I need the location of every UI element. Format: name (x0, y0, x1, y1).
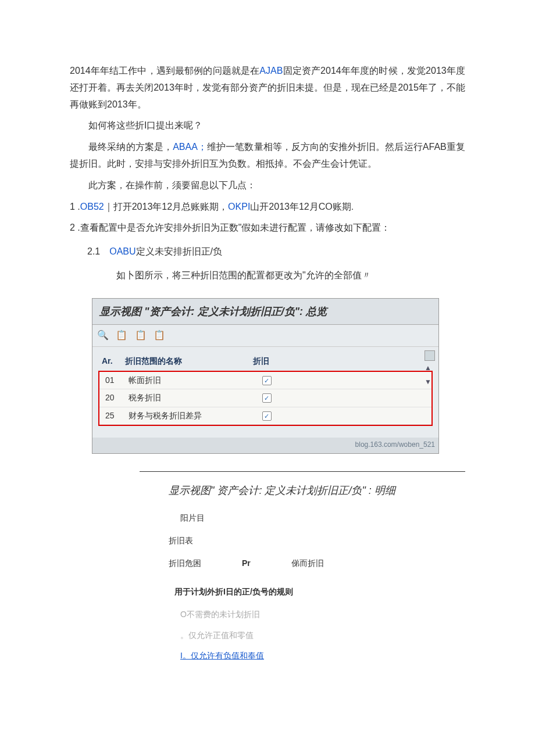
radio-option-2[interactable]: 。仅允许正值和零值 (180, 628, 465, 643)
paragraph-1: 2014年年结工作中，遇到最郁例的问题就是在AJAB固定资产2014年年度的时候… (70, 63, 465, 113)
paragraph-3: 最终采纳的方案是，ABAA；维护一笔数量相等，反方向的安推外折旧。然后运行AFA… (70, 139, 465, 173)
text: ｜打开2013年12月总账账期， (104, 202, 228, 212)
table-settings-icon[interactable] (425, 350, 435, 361)
sap-table: ▲ ▼ Ar. 折旧范围的名称 折旧 01 帐面折旧 ✓ 20 税务折旧 ✓ 2… (92, 347, 438, 438)
detail-label-depname: 俤而折旧 (291, 556, 324, 571)
text: 2014年年结工作中，遇到最郁例的问题就是在 (70, 66, 259, 76)
text: 山开2013年12月CO账期. (250, 202, 354, 212)
detail-label-area: 折旧危困 (169, 556, 201, 571)
sub-item-desc: 如卜图所示，将三种折旧范围的配置都更改为"允许的全部值〃 (116, 267, 465, 284)
cell-checkbox[interactable]: ✓ (251, 373, 283, 388)
radio-option-1[interactable]: O不需费的未计划折旧 (180, 607, 465, 622)
paragraph-2: 如何将这些折I口提出来呢？ (70, 117, 465, 134)
radio-option-3[interactable]: I。仅允许有负值和奉值 (180, 648, 465, 663)
rule-section-header: 用于计划外折I日的正/负号的规则 (174, 585, 465, 599)
text: 2 .查看配置中是否允许安排外折旧为正数"假如未进行配置，请修改如下配置： (70, 223, 390, 232)
table-header-row: Ar. 折旧范围的名称 折旧 (98, 352, 433, 371)
detail-line: 阳片目 (180, 511, 465, 525)
col-header-name: 折旧范围的名称 (125, 354, 253, 368)
watermark: blog.163.com/woben_521 (92, 438, 438, 454)
list-item-2: 2 .查看配置中是否允许安排外折旧为正数"假如未进行配置，请修改如下配置： (70, 220, 465, 237)
cell-name: 财务与税务折旧差异 (129, 409, 251, 423)
text: 2.1 (87, 246, 109, 256)
cell-ar: 25 (99, 409, 129, 423)
sap-overview-screenshot: 显示视图 "资产会计: 定义未计划折旧正/负": 总览 🔍 📋 📋 📋 ▲ ▼ … (92, 298, 439, 454)
link-okpi[interactable]: OKPI (228, 202, 250, 212)
detail-label-deptable: 折旧表 (169, 533, 465, 548)
cell-checkbox[interactable]: ✓ (251, 390, 283, 405)
highlighted-rows: 01 帐面折旧 ✓ 20 税务折旧 ✓ 25 财务与税务折旧差异 ✓ (98, 371, 433, 426)
text: 如卜图所示，将三种折旧范围的配置都更改为"允许的全部值〃 (116, 270, 371, 280)
cell-ar: 01 (99, 373, 129, 388)
sap-window-title: 显示视图 "资产会计: 定义未计划折旧正/负": 总览 (92, 299, 438, 325)
scroll-down-icon[interactable]: ▼ (425, 376, 435, 389)
text: 如何将这些折I口提出来呢？ (88, 120, 202, 130)
table-row[interactable]: 01 帐面折旧 ✓ (99, 372, 431, 389)
text: 最终采纳的方案是， (88, 142, 173, 152)
link-oabu[interactable]: OABU (109, 246, 135, 256)
paragraph-4: 此方案，在操作前，须要留息以下几点： (70, 177, 465, 194)
table-row[interactable]: 20 税务折旧 ✓ (99, 389, 431, 407)
scroll-up-icon[interactable]: ▲ (425, 362, 435, 375)
text: 此方案，在操作前，须要留息以下几点： (88, 180, 256, 190)
link-ob52[interactable]: OB52 (80, 202, 104, 212)
cell-ar: 20 (99, 390, 129, 405)
divider (140, 471, 465, 472)
sub-item-2-1: 2.1 OABU定义未安排折旧正/负 (87, 243, 465, 260)
list-item-1: 1 .OB52｜打开2013年12月总账账期，OKPI山开2013年12月CO账… (70, 199, 465, 216)
link-ajab[interactable]: AJAB (259, 66, 283, 76)
sap-detail-title: 显示视图" 资产会计: 定义未计划折旧正/负" : 明细 (169, 481, 465, 500)
col-header-ar: Ar. (98, 354, 125, 368)
detail-label-pr: Pr (242, 556, 251, 571)
detail-field-row: 折旧危困 Pr 俤而折旧 (169, 556, 465, 571)
table-row[interactable]: 25 财务与税务折旧差异 ✓ (99, 407, 431, 425)
cell-checkbox[interactable]: ✓ (251, 409, 283, 423)
text: 定义未安排折旧正/负 (136, 246, 222, 256)
link-abaa[interactable]: ABAA； (173, 142, 207, 152)
cell-name: 帐面折旧 (129, 373, 251, 388)
cell-name: 税务折旧 (129, 390, 251, 405)
col-header-dep: 折旧 (253, 354, 285, 368)
text: 1 . (70, 202, 80, 212)
sap-toolbar[interactable]: 🔍 📋 📋 📋 (92, 325, 438, 347)
